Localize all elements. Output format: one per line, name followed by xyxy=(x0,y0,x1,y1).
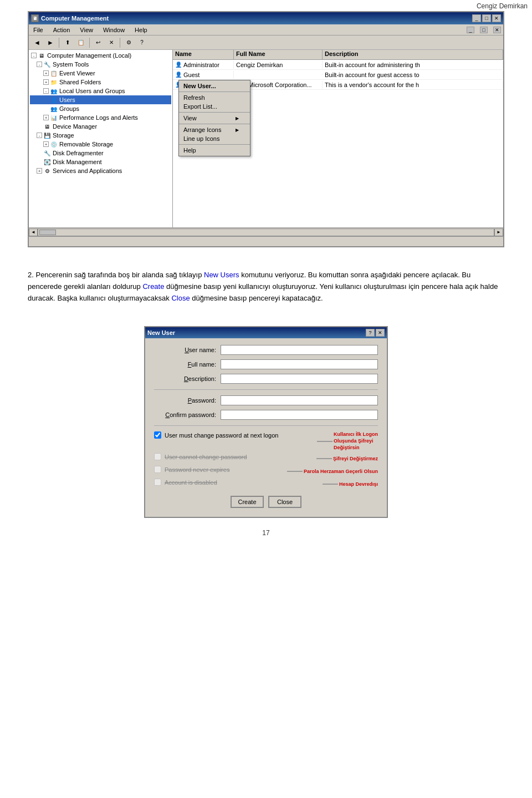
col-header-description: Description xyxy=(323,50,503,59)
tree-item-groups[interactable]: 👥 Groups xyxy=(30,104,171,113)
annotation-4-area: Hesap Devredışı xyxy=(323,480,378,489)
para2-text-end: düğmesine basıp pencereyi kapatacağız. xyxy=(192,294,323,302)
outer-title-controls[interactable]: _ □ ✕ xyxy=(472,14,501,22)
guest-desc-cell: Built-in account for guest access to xyxy=(323,71,503,79)
ctx-view[interactable]: View ▶ xyxy=(179,114,250,123)
tree-item-storage[interactable]: - 💾 Storage xyxy=(30,131,171,140)
scroll-left-btn[interactable]: ◄ xyxy=(29,228,38,236)
inner-minimize-btn[interactable]: _ xyxy=(467,27,474,33)
form-row-fullname: Full name: xyxy=(154,359,378,369)
ctx-refresh[interactable]: Refresh xyxy=(179,93,250,102)
minimize-btn[interactable]: _ xyxy=(472,14,481,22)
dialog-controls[interactable]: ? ✕ xyxy=(366,329,385,337)
expand-computer-mgmt[interactable]: - xyxy=(31,53,37,58)
ctx-export-list[interactable]: Export List... xyxy=(179,102,250,111)
user-row-guest[interactable]: 👤 Guest Built-in account for guest acces… xyxy=(173,70,503,80)
up-btn[interactable]: ⬆ xyxy=(62,37,74,48)
input-password[interactable] xyxy=(221,395,378,405)
toolbar-sep-2 xyxy=(89,38,90,48)
expand-shared-folders[interactable]: + xyxy=(43,79,49,85)
delete-btn[interactable]: ✕ xyxy=(105,37,117,48)
tree-label-device-mgr: Device Manager xyxy=(53,123,97,130)
ctx-help[interactable]: Help xyxy=(179,146,250,155)
tree-item-event-viewer[interactable]: + 📋 Event Viewer xyxy=(30,69,171,78)
tree-item-shared-folders[interactable]: + 📁 Shared Folders xyxy=(30,78,171,87)
form-row-confirm-password: Confirm password: xyxy=(154,410,378,420)
scroll-right-btn[interactable]: ► xyxy=(494,228,503,236)
expand-system-tools[interactable]: - xyxy=(37,62,42,67)
label-fullname: Full name: xyxy=(154,361,221,368)
menu-window[interactable]: Window xyxy=(101,26,127,34)
properties-btn[interactable]: ⚙ xyxy=(122,37,135,48)
menu-file[interactable]: File xyxy=(31,26,45,34)
dialog-title-text: New User xyxy=(147,329,175,336)
maximize-btn[interactable]: □ xyxy=(482,14,491,22)
cb-disabled-label: Account is disabled xyxy=(165,479,217,486)
forward-btn[interactable]: ► xyxy=(44,37,57,48)
input-description[interactable] xyxy=(221,374,378,384)
expand-event-viewer[interactable]: + xyxy=(43,70,49,76)
tree-item-users[interactable]: 👤 Users xyxy=(30,95,171,104)
create-button[interactable]: Create xyxy=(231,496,264,508)
dialog-sep-2 xyxy=(154,425,378,426)
annotation-2-area: Şifreyi Değiştirmez xyxy=(316,454,378,463)
dialog-question-btn[interactable]: ? xyxy=(366,329,375,337)
tree-item-system-tools[interactable]: - 🔧 System Tools xyxy=(30,60,171,69)
cb-row-2: User cannot change password Şifreyi Deği… xyxy=(154,453,378,464)
menu-view[interactable]: View xyxy=(78,26,95,34)
arrow-2-svg xyxy=(316,454,333,463)
expand-storage[interactable]: - xyxy=(37,133,42,138)
device-mgr-icon: 🖥 xyxy=(43,123,51,130)
admin-name-cell: 👤 Administrator xyxy=(173,61,234,69)
cb-disabled-input xyxy=(154,479,161,486)
ctx-arrange-icons[interactable]: Arrange Icons ▶ xyxy=(179,125,250,134)
cb-must-change-input[interactable] xyxy=(154,431,161,439)
copy-btn[interactable]: 📋 xyxy=(75,37,87,48)
input-confirm-password[interactable] xyxy=(221,410,378,420)
inner-close-btn[interactable]: ✕ xyxy=(493,27,501,33)
scroll-thumb xyxy=(39,230,56,235)
storage-icon: 💾 xyxy=(43,131,51,139)
tree-item-perf-logs[interactable]: + 📊 Performance Logs and Alerts xyxy=(30,113,171,122)
admin-desc-cell: Built-in account for administering th xyxy=(323,61,503,69)
screenshot-container: 🖥 Computer Management _ □ ✕ File Action … xyxy=(28,11,504,247)
back-btn[interactable]: ◄ xyxy=(31,37,43,48)
cb-row-1: User must change password at next logon … xyxy=(154,431,378,451)
menu-action[interactable]: Action xyxy=(51,26,73,34)
help-toolbar-btn[interactable]: ? xyxy=(136,37,148,48)
input-fullname[interactable] xyxy=(221,359,378,369)
tree-item-defrag[interactable]: 🔧 Disk Defragmenter xyxy=(30,149,171,157)
tree-item-computer-mgmt[interactable]: - 🖥 Computer Management (Local) xyxy=(30,51,171,60)
user-row-admin[interactable]: 👤 Administrator Cengiz Demirkan Built-in… xyxy=(173,60,503,70)
h-scrollbar[interactable] xyxy=(38,228,494,236)
tree-item-services[interactable]: + ⚙ Services and Applications xyxy=(30,166,171,175)
undo-btn[interactable]: ↩ xyxy=(92,37,104,48)
tree-item-disk-mgmt[interactable]: 💽 Disk Management xyxy=(30,157,171,166)
dialog-close-x-btn[interactable]: ✕ xyxy=(376,329,385,337)
tree-label-services: Services and Applications xyxy=(53,167,122,174)
expand-services[interactable]: + xyxy=(37,168,42,174)
tree-item-local-users[interactable]: - 👥 Local Users and Groups xyxy=(30,87,171,95)
cb-never-expires-input xyxy=(154,466,161,473)
tree-item-removable[interactable]: + 💿 Removable Storage xyxy=(30,140,171,149)
ctx-new-user[interactable]: New User... xyxy=(179,82,250,90)
input-username[interactable] xyxy=(221,345,378,355)
groups-icon: 👥 xyxy=(50,105,58,113)
ctx-lineup-icons[interactable]: Line up Icons xyxy=(179,134,250,143)
cb-never-expires-label: Password never expires xyxy=(165,466,229,473)
close-dialog-button[interactable]: Close xyxy=(268,496,301,508)
dialog-footer: Create Close xyxy=(154,491,378,510)
annotation-3-text: Parola Herzaman Geçerli Olsun xyxy=(304,469,378,474)
expand-local-users[interactable]: - xyxy=(43,88,49,94)
tree-label-computer-mgmt: Computer Management (Local) xyxy=(47,52,131,59)
tree-item-device-mgr[interactable]: 🖥 Device Manager xyxy=(30,122,171,131)
cb-cannot-change-label: User cannot change password xyxy=(165,454,247,460)
menu-help[interactable]: Help xyxy=(132,26,150,34)
close-btn[interactable]: ✕ xyxy=(492,14,501,22)
guest-name-cell: 👤 Guest xyxy=(173,71,234,79)
para2-text-before: Pencerenin sağ tarafında boş bir alanda … xyxy=(35,271,204,279)
inner-restore-btn[interactable]: □ xyxy=(480,27,488,33)
expand-removable[interactable]: + xyxy=(43,141,49,147)
expand-perf-logs[interactable]: + xyxy=(43,115,49,120)
removable-icon: 💿 xyxy=(50,140,58,148)
